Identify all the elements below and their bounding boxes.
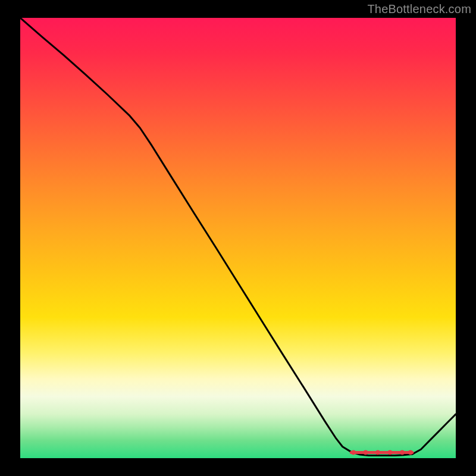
flat-marker — [387, 450, 392, 455]
attribution-text: TheBottleneck.com — [367, 2, 471, 16]
flat-marker — [351, 450, 356, 455]
flat-marker — [375, 450, 380, 455]
flat-marker — [363, 450, 368, 455]
plot-area — [20, 18, 456, 458]
flat-marker — [408, 450, 413, 455]
line-layer — [20, 18, 456, 458]
flat-marker — [400, 450, 405, 455]
chart-root: TheBottleneck.com — [0, 0, 476, 476]
curve-line — [20, 18, 456, 456]
